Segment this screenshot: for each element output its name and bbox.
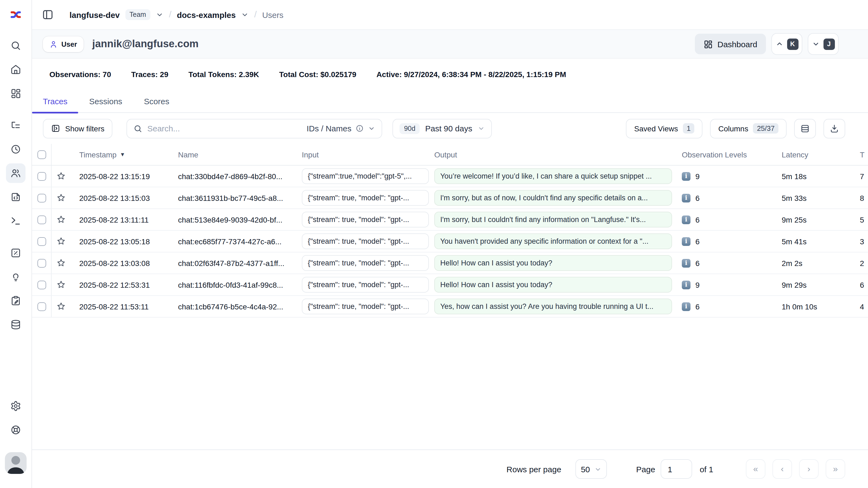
- tab-sessions[interactable]: Sessions: [79, 90, 133, 112]
- chevron-down-icon[interactable]: [156, 11, 163, 19]
- sidebar-item-support[interactable]: [6, 420, 26, 440]
- sidebar-toggle-button[interactable]: [39, 6, 57, 23]
- dashboard-grid-icon: [10, 88, 21, 99]
- columns-count: 25/37: [753, 123, 778, 133]
- header-latency: Latency: [773, 150, 836, 159]
- favorite-star-icon[interactable]: [56, 302, 65, 311]
- rows-per-page-select[interactable]: 50: [576, 459, 607, 479]
- search-box: IDs / Names: [127, 119, 382, 138]
- cell-input[interactable]: {"stream": true, "model": "gpt-...: [302, 277, 429, 293]
- header-timestamp[interactable]: Timestamp ▼: [70, 150, 169, 159]
- sidebar-item-datasets[interactable]: [6, 315, 26, 334]
- cell-output[interactable]: Hello! How can I assist you today?: [434, 255, 672, 271]
- favorite-star-icon[interactable]: [56, 280, 65, 289]
- previous-user-button[interactable]: K: [771, 33, 802, 55]
- page-number-input[interactable]: [661, 459, 692, 479]
- sidebar-item-search[interactable]: [6, 36, 26, 55]
- cell-latency: 1h 0m 10s: [773, 302, 836, 311]
- cell-output[interactable]: I'm sorry, but as of now, I couldn't fin…: [434, 190, 672, 206]
- cell-input[interactable]: {"stream": true, "model": "gpt-...: [302, 299, 429, 314]
- cell-timestamp: 2025-08-22 13:03:08: [79, 258, 150, 267]
- export-button[interactable]: [824, 119, 845, 138]
- next-user-button[interactable]: J: [808, 33, 839, 55]
- dashboard-button[interactable]: Dashboard: [694, 34, 766, 54]
- favorite-star-icon[interactable]: [56, 215, 65, 224]
- row-checkbox[interactable]: [37, 172, 46, 181]
- sidebar-item-sessions[interactable]: [6, 140, 26, 159]
- table-row[interactable]: 2025-08-22 11:53:11 chat:1cb67476-b5ce-4…: [32, 296, 868, 317]
- favorite-star-icon[interactable]: [56, 258, 65, 268]
- row-height-button[interactable]: [794, 119, 816, 138]
- cell-output[interactable]: I'm sorry, but I couldn't find any infor…: [434, 212, 672, 227]
- breadcrumb: langfuse-dev Team / docs-examples / User…: [69, 9, 283, 20]
- row-checkbox[interactable]: [37, 193, 46, 202]
- sort-desc-icon: ▼: [120, 151, 125, 157]
- cell-input[interactable]: {"stream": true, "model": "gpt-...: [302, 212, 429, 227]
- cell-input[interactable]: {"stream": true, "model": "gpt-...: [302, 190, 429, 206]
- row-checkbox[interactable]: [37, 215, 46, 224]
- stat-total-cost: Total Cost: $0.025179: [279, 70, 356, 79]
- columns-button[interactable]: Columns 25/37: [710, 119, 786, 138]
- table-row[interactable]: 2025-08-22 13:11:11 chat:513e84e9-9039-4…: [32, 209, 868, 231]
- search-input[interactable]: [147, 124, 302, 133]
- cell-name: chat:02f63f47-87b2-4377-a1ff...: [169, 258, 292, 267]
- favorite-star-icon[interactable]: [56, 193, 65, 203]
- cell-input[interactable]: {"stream": true, "model": "gpt-...: [302, 255, 429, 271]
- clipboard-pen-icon: [10, 295, 21, 306]
- select-all-checkbox[interactable]: [37, 150, 46, 159]
- row-checkbox[interactable]: [37, 280, 46, 289]
- cell-name: chat:513e84e9-9039-42d0-bf...: [169, 215, 292, 224]
- tab-scores[interactable]: Scores: [133, 90, 180, 112]
- sidebar-item-insights[interactable]: [6, 267, 26, 286]
- chevron-up-icon: [775, 40, 783, 48]
- table-row[interactable]: 2025-08-22 13:03:08 chat:02f63f47-87b2-4…: [32, 252, 868, 274]
- cell-output[interactable]: You’re welcome! If you’d like, I can sha…: [434, 168, 672, 184]
- first-page-button[interactable]: «: [746, 459, 766, 479]
- info-level-icon: i: [682, 302, 690, 311]
- users-icon: [10, 168, 21, 179]
- row-checkbox[interactable]: [37, 258, 46, 267]
- chevron-down-icon: [478, 125, 485, 132]
- favorite-star-icon[interactable]: [56, 237, 65, 246]
- date-range-picker[interactable]: 90d Past 90 days: [393, 119, 492, 138]
- sidebar-item-settings[interactable]: [6, 396, 26, 416]
- breadcrumb-project[interactable]: langfuse-dev: [69, 10, 120, 19]
- gear-icon: [10, 401, 21, 411]
- percent-square-icon: [10, 247, 21, 258]
- cell-input[interactable]: {"stream": true, "model": "gpt-...: [302, 234, 429, 249]
- sidebar-item-prompts[interactable]: [6, 187, 26, 207]
- next-page-button[interactable]: ›: [799, 459, 818, 479]
- cell-output[interactable]: You haven't provided any specific inform…: [434, 234, 672, 249]
- cell-input[interactable]: {"stream":true,"model":"gpt-5",...: [302, 168, 429, 184]
- sidebar-item-playground[interactable]: [6, 211, 26, 231]
- previous-page-button[interactable]: ‹: [772, 459, 792, 479]
- favorite-star-icon[interactable]: [56, 172, 65, 181]
- row-checkbox[interactable]: [37, 302, 46, 311]
- table-row[interactable]: 2025-08-22 13:15:19 chat:330bd4e7-d869-4…: [32, 165, 868, 187]
- user-avatar[interactable]: [5, 452, 27, 474]
- table-row[interactable]: 2025-08-22 13:05:18 chat:ec685f77-7374-4…: [32, 231, 868, 252]
- search-scope-selector[interactable]: IDs / Names: [307, 124, 375, 133]
- sidebar-item-evaluation[interactable]: [6, 243, 26, 263]
- header-observation-levels: Observation Levels: [673, 150, 773, 159]
- cell-timestamp: 2025-08-22 13:15:19: [79, 172, 150, 181]
- cell-tokens-clipped: 4: [836, 302, 868, 311]
- table-row[interactable]: 2025-08-22 13:15:03 chat:3611931b-bc77-4…: [32, 187, 868, 209]
- table-row[interactable]: 2025-08-22 12:53:31 chat:116fbfdc-0fd3-4…: [32, 274, 868, 296]
- sidebar-item-tracing[interactable]: [6, 116, 26, 135]
- langfuse-logo[interactable]: [0, 0, 31, 29]
- chevron-down-icon[interactable]: [241, 11, 249, 19]
- saved-views-button[interactable]: Saved Views 1: [626, 119, 703, 138]
- sidebar-item-users[interactable]: [6, 163, 26, 183]
- breadcrumb-separator: /: [254, 9, 256, 20]
- show-filters-button[interactable]: Show filters: [43, 119, 113, 138]
- sidebar-item-annotation[interactable]: [6, 291, 26, 310]
- cell-output[interactable]: Yes, how can I assist you? Are you havin…: [434, 299, 672, 314]
- cell-output[interactable]: Hello! How can I assist you today?: [434, 277, 672, 293]
- tab-traces[interactable]: Traces: [32, 90, 79, 112]
- last-page-button[interactable]: »: [826, 459, 845, 479]
- row-checkbox[interactable]: [37, 237, 46, 246]
- sidebar-item-home[interactable]: [6, 60, 26, 79]
- sidebar-item-dashboards[interactable]: [6, 84, 26, 103]
- breadcrumb-environment[interactable]: docs-examples: [177, 10, 236, 19]
